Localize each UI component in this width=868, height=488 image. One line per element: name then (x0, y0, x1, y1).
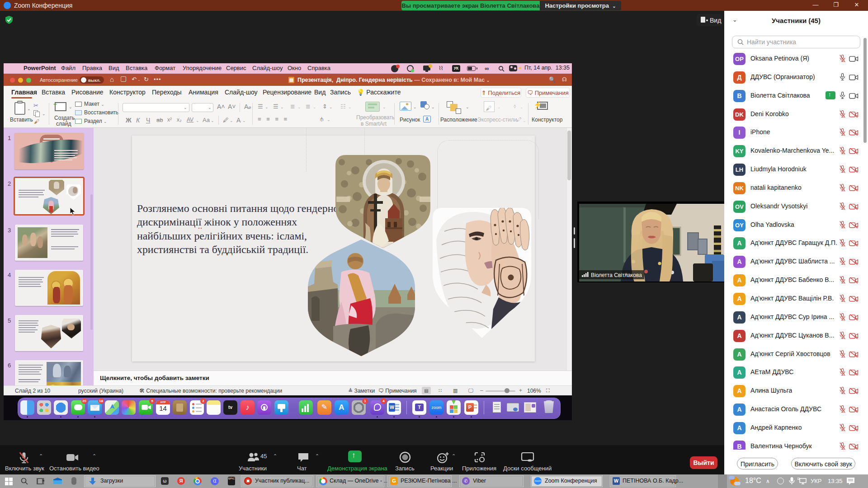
svg-text:Віолетта Світлакова: Віолетта Світлакова (591, 272, 642, 278)
